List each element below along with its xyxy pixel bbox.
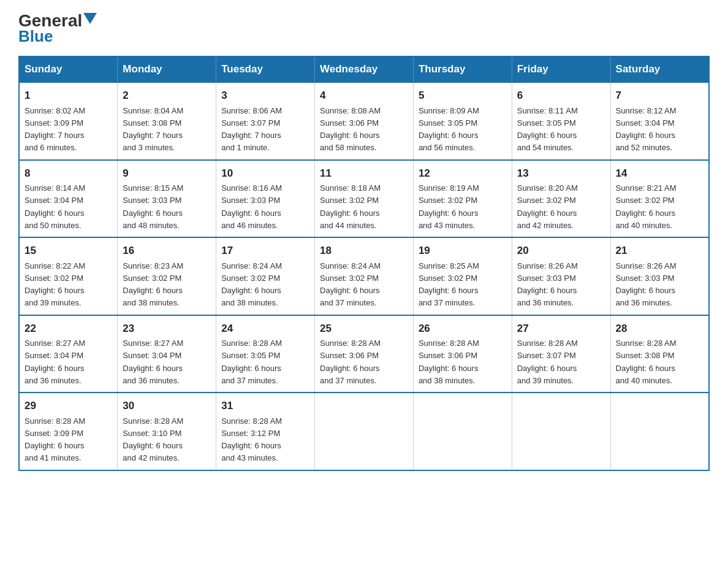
weekday-header-row: SundayMondayTuesdayWednesdayThursdayFrid… (19, 56, 709, 82)
calendar-cell: 1Sunrise: 8:02 AMSunset: 3:09 PMDaylight… (19, 82, 118, 160)
day-info: Sunrise: 8:23 AMSunset: 3:02 PMDaylight:… (123, 261, 183, 308)
calendar-week-row: 22Sunrise: 8:27 AMSunset: 3:04 PMDayligh… (19, 315, 709, 393)
day-number: 18 (320, 243, 408, 259)
calendar-cell: 11Sunrise: 8:18 AMSunset: 3:02 PMDayligh… (315, 160, 414, 238)
calendar-cell: 6Sunrise: 8:11 AMSunset: 3:05 PMDaylight… (512, 82, 610, 160)
day-number: 3 (221, 88, 309, 104)
day-info: Sunrise: 8:27 AMSunset: 3:04 PMDaylight:… (25, 339, 85, 385)
calendar-cell: 30Sunrise: 8:28 AMSunset: 3:10 PMDayligh… (118, 393, 216, 470)
day-info: Sunrise: 8:19 AMSunset: 3:02 PMDaylight:… (419, 183, 479, 230)
day-info: Sunrise: 8:12 AMSunset: 3:04 PMDaylight:… (616, 106, 677, 153)
calendar-cell: 2Sunrise: 8:04 AMSunset: 3:08 PMDaylight… (118, 82, 216, 160)
day-number: 21 (616, 243, 703, 259)
day-number: 20 (517, 243, 605, 259)
weekday-header-friday: Friday (512, 56, 610, 82)
calendar-cell: 14Sunrise: 8:21 AMSunset: 3:02 PMDayligh… (610, 160, 709, 238)
logo-blue: Blue (18, 27, 53, 46)
calendar-week-row: 29Sunrise: 8:28 AMSunset: 3:09 PMDayligh… (19, 393, 709, 470)
weekday-header-saturday: Saturday (610, 56, 709, 82)
weekday-header-tuesday: Tuesday (216, 56, 315, 82)
day-info: Sunrise: 8:28 AMSunset: 3:12 PMDaylight:… (221, 416, 282, 463)
day-info: Sunrise: 8:28 AMSunset: 3:08 PMDaylight:… (616, 339, 677, 385)
day-info: Sunrise: 8:28 AMSunset: 3:05 PMDaylight:… (221, 339, 282, 385)
calendar-cell: 10Sunrise: 8:16 AMSunset: 3:03 PMDayligh… (216, 160, 315, 238)
day-number: 7 (616, 88, 703, 104)
day-info: Sunrise: 8:22 AMSunset: 3:02 PMDaylight:… (25, 261, 85, 308)
calendar-cell: 27Sunrise: 8:28 AMSunset: 3:07 PMDayligh… (512, 315, 610, 393)
calendar-cell: 21Sunrise: 8:26 AMSunset: 3:03 PMDayligh… (610, 237, 709, 315)
day-number: 11 (320, 166, 408, 182)
day-number: 28 (616, 321, 703, 337)
day-info: Sunrise: 8:28 AMSunset: 3:10 PMDaylight:… (123, 416, 183, 463)
calendar-cell: 19Sunrise: 8:25 AMSunset: 3:02 PMDayligh… (413, 237, 512, 315)
calendar-cell: 31Sunrise: 8:28 AMSunset: 3:12 PMDayligh… (216, 393, 315, 470)
calendar-cell: 17Sunrise: 8:24 AMSunset: 3:02 PMDayligh… (216, 237, 315, 315)
day-number: 22 (25, 321, 112, 337)
calendar-cell: 16Sunrise: 8:23 AMSunset: 3:02 PMDayligh… (118, 237, 216, 315)
day-info: Sunrise: 8:08 AMSunset: 3:06 PMDaylight:… (320, 106, 381, 153)
calendar-week-row: 1Sunrise: 8:02 AMSunset: 3:09 PMDaylight… (19, 82, 709, 160)
calendar-cell: 12Sunrise: 8:19 AMSunset: 3:02 PMDayligh… (413, 160, 512, 238)
day-number: 16 (123, 243, 211, 259)
calendar-week-row: 8Sunrise: 8:14 AMSunset: 3:04 PMDaylight… (19, 160, 709, 238)
day-info: Sunrise: 8:26 AMSunset: 3:03 PMDaylight:… (616, 261, 677, 308)
calendar-cell: 13Sunrise: 8:20 AMSunset: 3:02 PMDayligh… (512, 160, 610, 238)
day-info: Sunrise: 8:21 AMSunset: 3:02 PMDaylight:… (616, 183, 677, 230)
day-number: 29 (25, 398, 112, 414)
calendar-cell: 24Sunrise: 8:28 AMSunset: 3:05 PMDayligh… (216, 315, 315, 393)
day-number: 14 (616, 166, 703, 182)
calendar-cell: 20Sunrise: 8:26 AMSunset: 3:03 PMDayligh… (512, 237, 610, 315)
day-number: 24 (221, 321, 309, 337)
calendar-cell: 25Sunrise: 8:28 AMSunset: 3:06 PMDayligh… (315, 315, 414, 393)
day-number: 8 (25, 166, 112, 182)
day-info: Sunrise: 8:25 AMSunset: 3:02 PMDaylight:… (419, 261, 479, 308)
day-number: 1 (25, 88, 112, 104)
day-info: Sunrise: 8:26 AMSunset: 3:03 PMDaylight:… (517, 261, 578, 308)
day-info: Sunrise: 8:14 AMSunset: 3:04 PMDaylight:… (25, 183, 85, 230)
calendar-cell: 7Sunrise: 8:12 AMSunset: 3:04 PMDaylight… (610, 82, 709, 160)
calendar-cell: 26Sunrise: 8:28 AMSunset: 3:06 PMDayligh… (413, 315, 512, 393)
calendar-cell: 22Sunrise: 8:27 AMSunset: 3:04 PMDayligh… (19, 315, 118, 393)
day-info: Sunrise: 8:06 AMSunset: 3:07 PMDaylight:… (221, 106, 282, 153)
day-number: 6 (517, 88, 605, 104)
day-info: Sunrise: 8:28 AMSunset: 3:09 PMDaylight:… (25, 416, 85, 463)
day-number: 26 (419, 321, 507, 337)
day-info: Sunrise: 8:27 AMSunset: 3:04 PMDaylight:… (123, 339, 183, 385)
day-info: Sunrise: 8:28 AMSunset: 3:06 PMDaylight:… (320, 339, 381, 385)
calendar-cell: 4Sunrise: 8:08 AMSunset: 3:06 PMDaylight… (315, 82, 414, 160)
calendar-cell: 18Sunrise: 8:24 AMSunset: 3:02 PMDayligh… (315, 237, 414, 315)
day-info: Sunrise: 8:24 AMSunset: 3:02 PMDaylight:… (320, 261, 381, 308)
day-info: Sunrise: 8:09 AMSunset: 3:05 PMDaylight:… (419, 106, 479, 153)
day-info: Sunrise: 8:15 AMSunset: 3:03 PMDaylight:… (123, 183, 183, 230)
day-number: 4 (320, 88, 408, 104)
day-number: 9 (123, 166, 211, 182)
day-info: Sunrise: 8:20 AMSunset: 3:02 PMDaylight:… (517, 183, 578, 230)
day-info: Sunrise: 8:04 AMSunset: 3:08 PMDaylight:… (123, 106, 183, 153)
day-number: 13 (517, 166, 605, 182)
weekday-header-wednesday: Wednesday (315, 56, 414, 82)
day-number: 30 (123, 398, 211, 414)
calendar-cell: 8Sunrise: 8:14 AMSunset: 3:04 PMDaylight… (19, 160, 118, 238)
calendar-cell (413, 393, 512, 470)
day-number: 10 (221, 166, 309, 182)
day-number: 23 (123, 321, 211, 337)
day-info: Sunrise: 8:28 AMSunset: 3:07 PMDaylight:… (517, 339, 578, 385)
day-number: 12 (419, 166, 507, 182)
weekday-header-thursday: Thursday (413, 56, 512, 82)
page-header: General Blue (18, 12, 710, 46)
calendar-cell: 15Sunrise: 8:22 AMSunset: 3:02 PMDayligh… (19, 237, 118, 315)
calendar-cell: 29Sunrise: 8:28 AMSunset: 3:09 PMDayligh… (19, 393, 118, 470)
calendar-cell (512, 393, 610, 470)
day-number: 2 (123, 88, 211, 104)
day-number: 19 (419, 243, 507, 259)
day-info: Sunrise: 8:18 AMSunset: 3:02 PMDaylight:… (320, 183, 381, 230)
logo-triangle-icon (83, 13, 97, 24)
day-number: 17 (221, 243, 309, 259)
calendar-cell: 23Sunrise: 8:27 AMSunset: 3:04 PMDayligh… (118, 315, 216, 393)
calendar-cell: 28Sunrise: 8:28 AMSunset: 3:08 PMDayligh… (610, 315, 709, 393)
calendar-cell: 5Sunrise: 8:09 AMSunset: 3:05 PMDaylight… (413, 82, 512, 160)
day-info: Sunrise: 8:11 AMSunset: 3:05 PMDaylight:… (517, 106, 578, 153)
svg-marker-0 (83, 13, 97, 24)
calendar-week-row: 15Sunrise: 8:22 AMSunset: 3:02 PMDayligh… (19, 237, 709, 315)
day-info: Sunrise: 8:02 AMSunset: 3:09 PMDaylight:… (25, 106, 85, 153)
